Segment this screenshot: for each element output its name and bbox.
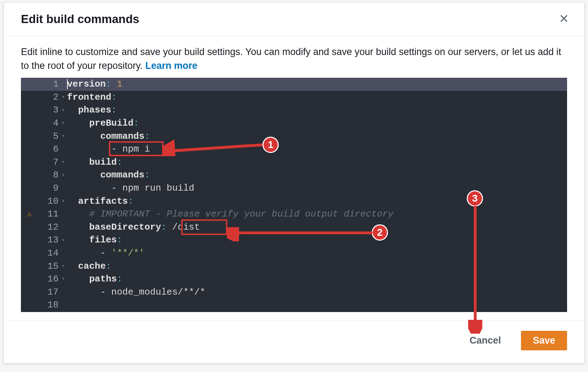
code-editor[interactable]: Light Dark 1 2▾ 3▾ 4▾ 5▾ 6 7▾ 8▾ 9 10▾ ⚠… <box>21 78 567 312</box>
cancel-button[interactable]: Cancel <box>459 331 512 350</box>
editor-gutter: 1 2▾ 3▾ 4▾ 5▾ 6 7▾ 8▾ 9 10▾ ⚠11 12 13▾ 1… <box>21 78 65 312</box>
modal-footer: Cancel Save <box>4 321 584 363</box>
close-button[interactable] <box>556 11 571 27</box>
modal-body: Edit inline to customize and save your b… <box>4 36 584 321</box>
warning-icon: ⚠ <box>27 208 32 221</box>
code-area[interactable]: version: 1 frontend: phases: preBuild: c… <box>65 78 567 312</box>
learn-more-link[interactable]: Learn more <box>145 60 198 71</box>
description-span: Edit inline to customize and save your b… <box>21 46 561 71</box>
modal-title: Edit build commands <box>21 12 139 26</box>
save-button[interactable]: Save <box>521 331 567 350</box>
modal-header: Edit build commands <box>4 2 584 36</box>
description-text: Edit inline to customize and save your b… <box>21 45 567 73</box>
close-icon <box>559 13 569 24</box>
edit-build-commands-modal: Edit build commands Edit inline to custo… <box>4 2 584 363</box>
